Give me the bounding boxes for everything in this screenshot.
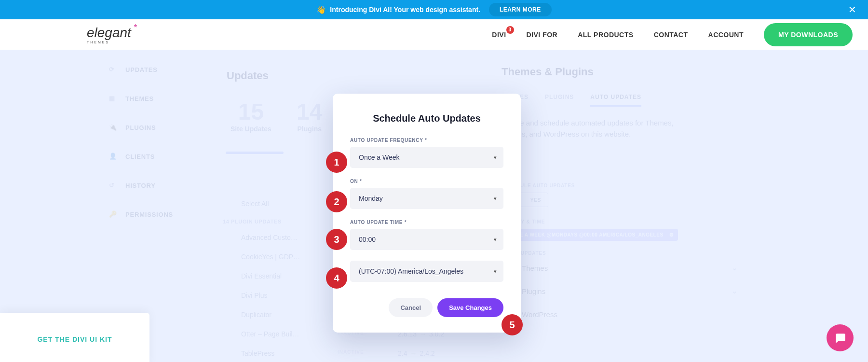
chevron-down-icon: ▾ [494, 237, 497, 243]
timezone-value: (UTC-07:00) America/Los_Angeles [350, 261, 503, 282]
learn-more-button[interactable]: LEARN MORE [489, 3, 552, 16]
modal-title: Schedule Auto Updates [350, 113, 503, 124]
logo-subtext: themes [87, 41, 131, 44]
timezone-select[interactable]: (UTC-07:00) America/Los_Angeles ▾ [350, 261, 503, 282]
my-downloads-button[interactable]: MY DOWNLOADS [764, 23, 853, 46]
day-value: Monday [350, 188, 503, 209]
brand-logo[interactable]: elegant* themes [87, 25, 131, 44]
main-nav: elegant* themes DIVI DIVI FOR ALL PRODUC… [0, 19, 868, 50]
nav-divi-for[interactable]: DIVI FOR [527, 31, 558, 39]
nav-all-products[interactable]: ALL PRODUCTS [578, 31, 633, 39]
chat-button[interactable] [827, 324, 854, 351]
cta-label: GET THE DIVI UI KIT [37, 335, 112, 343]
star-icon: * [134, 23, 137, 33]
on-label: ON * [350, 179, 503, 184]
frequency-label: AUTO UPDATE FREQUENCY * [350, 138, 503, 143]
schedule-modal: Schedule Auto Updates AUTO UPDATE FREQUE… [333, 94, 521, 333]
wave-emoji-icon: 👋 [316, 5, 326, 14]
time-label: AUTO UPDATE TIME * [350, 220, 503, 225]
nav-links: DIVI DIVI FOR ALL PRODUCTS CONTACT ACCOU… [492, 23, 853, 46]
frequency-value: Once a Week [350, 147, 503, 168]
cancel-button[interactable]: Cancel [389, 298, 433, 317]
time-value: 00:00 [350, 229, 503, 250]
chevron-down-icon: ▾ [494, 154, 497, 161]
chevron-down-icon: ▾ [494, 268, 497, 275]
time-select[interactable]: 00:00 ▾ [350, 229, 503, 250]
callout-1: 1 [326, 152, 347, 173]
nav-divi[interactable]: DIVI [492, 31, 506, 39]
nav-contact[interactable]: CONTACT [654, 31, 688, 39]
modal-actions: Cancel Save Changes [350, 298, 503, 317]
close-icon[interactable]: ✕ [848, 4, 856, 15]
day-select[interactable]: Monday ▾ [350, 188, 503, 209]
callout-4: 4 [326, 267, 347, 289]
chat-icon [834, 332, 846, 344]
chevron-down-icon: ▾ [494, 195, 497, 202]
callout-2: 2 [326, 191, 347, 212]
save-changes-button[interactable]: Save Changes [437, 298, 503, 317]
banner-message: Introducing Divi AI! Your web design ass… [330, 6, 480, 14]
callout-5: 5 [502, 314, 523, 335]
nav-account[interactable]: ACCOUNT [708, 31, 744, 39]
cta-divi-ui-kit[interactable]: GET THE DIVI UI KIT [0, 313, 149, 362]
callout-3: 3 [326, 229, 347, 250]
logo-text: elegant [87, 25, 131, 40]
announcement-banner: 👋 Introducing Divi AI! Your web design a… [0, 0, 868, 19]
frequency-select[interactable]: Once a Week ▾ [350, 147, 503, 168]
